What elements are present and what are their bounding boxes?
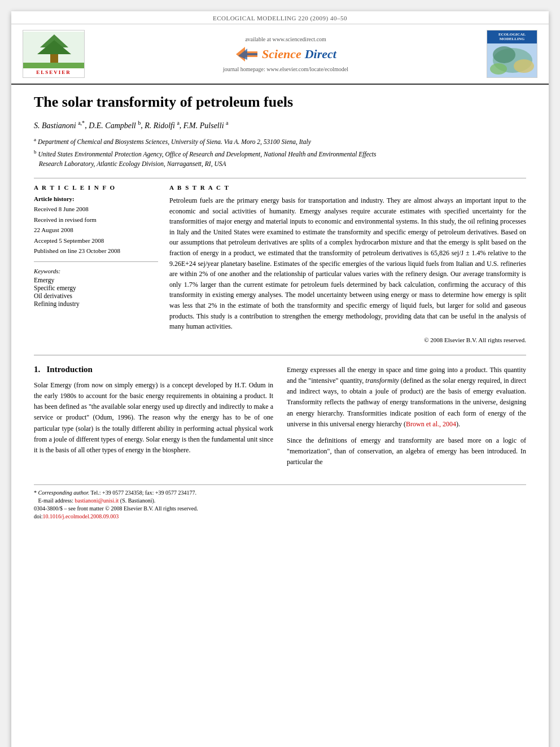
article-title: The solar transformity of petroleum fuel… <box>34 94 526 111</box>
body-section: 1. Introduction Solar Emergy (from now o… <box>34 355 526 474</box>
intro-para-right-1: Emergy expresses all the energy in space… <box>287 365 526 430</box>
header-divider <box>34 178 526 178</box>
author-campbell: D.E. Campbell b, <box>89 121 143 130</box>
svg-point-11 <box>490 63 507 75</box>
journal-logo-right: ECOLOGICAL MODELLING <box>487 30 537 78</box>
author-ridolfi: R. Ridolfi a, <box>145 121 181 130</box>
sciencedirect-logo: ScienceDirect <box>235 45 336 64</box>
keyword-emergy: Emergy <box>34 277 158 283</box>
article-info-col: A R T I C L E I N F O Article history: R… <box>34 184 158 343</box>
copyright: © 2008 Elsevier B.V. All rights reserved… <box>169 337 526 343</box>
article-info-abstract: A R T I C L E I N F O Article history: R… <box>34 184 526 343</box>
homepage-text: journal homepage: www.elsevier.com/locat… <box>223 66 348 72</box>
intro-title: 1. Introduction <box>34 365 273 374</box>
doi-note: doi:10.1016/j.ecolmodel.2008.09.003 <box>34 513 526 519</box>
intro-left: 1. Introduction Solar Emergy (from now o… <box>34 365 273 474</box>
keyword-oil: Oil derivatives <box>34 292 158 299</box>
ref-brown-2004[interactable]: Brown et al., 2004 <box>406 420 456 428</box>
history-item-4: Published on line 23 October 2008 <box>34 246 158 256</box>
abstract-text: Petroleum fuels are the primary energy b… <box>169 195 526 332</box>
author-bastianoni: S. Bastianoni a,*, <box>34 121 87 130</box>
keyword-specific-emergy: Specific emergy <box>34 285 158 291</box>
journal-ref: ECOLOGICAL MODELLING 220 (2009) 40–50 <box>213 15 347 21</box>
article-info-heading: A R T I C L E I N F O <box>34 184 158 191</box>
authors-line: S. Bastianoni a,*, D.E. Campbell b, R. R… <box>34 120 526 130</box>
abstract-col: A B S T R A C T Petroleum fuels are the … <box>169 184 526 343</box>
affiliation-a: a Department of Chemical and Biosystems … <box>34 136 526 147</box>
elsevier-brand-text: ELSEVIER <box>36 69 71 75</box>
history-label: Article history: <box>34 195 158 202</box>
intro-section-heading: Introduction <box>47 365 93 374</box>
intro-section-num: 1. <box>34 365 40 374</box>
intro-two-col: 1. Introduction Solar Emergy (from now o… <box>34 365 526 474</box>
license-note: 0304-3800/$ – see front matter © 2008 El… <box>34 505 526 512</box>
journal-logo-name: ECOLOGICAL MODELLING <box>487 30 537 43</box>
intro-para-right-2: Since the definitions of emergy and tran… <box>287 435 526 468</box>
elsevier-logo: ELSEVIER <box>23 30 85 78</box>
available-text: available at www.sciencedirect.com <box>245 36 326 42</box>
author-pulselli: F.M. Pulselli a <box>183 121 229 130</box>
journal-topbar: ECOLOGICAL MODELLING 220 (2009) 40–50 <box>11 11 549 24</box>
page: ECOLOGICAL MODELLING 220 (2009) 40–50 EL… <box>11 11 549 747</box>
info-divider <box>34 261 158 262</box>
history-item-2: 22 August 2008 <box>34 225 158 235</box>
elsevier-tree-art <box>23 32 84 68</box>
affiliation-b: b United States Environmental Protection… <box>34 148 526 169</box>
journal-logo-image <box>487 43 537 78</box>
main-content: The solar transformity of petroleum fuel… <box>11 85 549 532</box>
svg-point-10 <box>514 59 534 73</box>
footer: * Corresponding author. Tel.: +39 0577 2… <box>34 484 526 519</box>
corresponding-note: * Corresponding author. Tel.: +39 0577 2… <box>34 490 526 496</box>
sd-text-science: Science <box>262 47 301 62</box>
sciencedirect-icon <box>235 45 259 64</box>
doi-label: doi: <box>34 513 43 519</box>
journal-center: available at www.sciencedirect.com Scien… <box>90 36 481 72</box>
intro-right: Emergy expresses all the energy in space… <box>287 365 526 474</box>
journal-header: ELSEVIER available at www.sciencedirect.… <box>11 24 549 85</box>
history-item-1: Received in revised form <box>34 215 158 225</box>
email-link[interactable]: bastianoni@unisi.it <box>75 497 119 504</box>
email-note: E-mail address: bastianoni@unisi.it (S. … <box>34 497 526 504</box>
keywords-label: Keywords: <box>34 268 158 274</box>
svg-rect-4 <box>23 63 85 68</box>
history-item-3: Accepted 5 September 2008 <box>34 236 158 246</box>
affiliations: a Department of Chemical and Biosystems … <box>34 136 526 169</box>
svg-point-9 <box>493 46 515 63</box>
keyword-refining: Refining industry <box>34 300 158 307</box>
doi-link[interactable]: 10.1016/j.ecolmodel.2008.09.003 <box>43 513 119 519</box>
intro-para-left: Solar Emergy (from now on simply emergy)… <box>34 380 273 456</box>
sd-text-direct: Direct <box>305 47 336 62</box>
history-item-0: Received 8 June 2008 <box>34 204 158 214</box>
abstract-heading: A B S T R A C T <box>169 184 526 191</box>
